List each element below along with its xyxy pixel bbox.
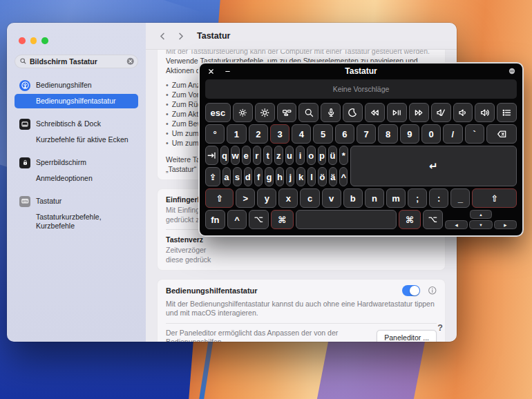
command-right-key[interactable]: ⌘ xyxy=(399,210,421,229)
volume-up-icon[interactable] xyxy=(475,103,495,122)
key->[interactable]: > xyxy=(236,188,255,208)
sidebar-item-sperrbildschirm[interactable]: Sperrbildschirm xyxy=(15,155,138,171)
more-options-icon[interactable] xyxy=(508,67,516,75)
key-6[interactable]: 6 xyxy=(335,124,354,144)
sidebar-item-tastatur[interactable]: Tastatur xyxy=(15,193,138,210)
sidebar-search-field[interactable] xyxy=(15,55,138,68)
shift-right-key[interactable]: ⇧ xyxy=(472,188,517,208)
key-g[interactable]: g xyxy=(265,167,273,186)
key-0[interactable]: 0 xyxy=(421,124,441,144)
mission-control-icon[interactable] xyxy=(277,103,297,122)
key-8[interactable]: 8 xyxy=(378,124,397,144)
forward-button[interactable] xyxy=(175,30,186,41)
key-t[interactable]: t xyxy=(263,146,272,165)
key-j[interactable]: j xyxy=(286,167,294,186)
key-n[interactable]: n xyxy=(365,188,384,208)
panel-editor-button[interactable]: Paneleditor ... xyxy=(377,330,437,342)
key-2[interactable]: 2 xyxy=(249,124,268,144)
key-i[interactable]: i xyxy=(296,146,305,165)
shift-left-key[interactable]: ⇧ xyxy=(205,188,234,208)
key-ü[interactable]: ü xyxy=(328,146,337,165)
focus-icon[interactable] xyxy=(343,103,363,122)
key-/[interactable]: / xyxy=(443,124,462,144)
key-_[interactable]: _ xyxy=(450,188,470,208)
key-*[interactable]: * xyxy=(339,146,348,165)
key-f[interactable]: f xyxy=(254,167,263,186)
key-;[interactable]: ; xyxy=(408,188,427,208)
key-°[interactable]: ° xyxy=(205,124,225,144)
key-ä[interactable]: ä xyxy=(329,167,337,186)
key-k[interactable]: k xyxy=(296,167,305,186)
key-4[interactable]: 4 xyxy=(292,124,311,144)
sidebar-item-schreibtisch-dock[interactable]: Schreibtisch & Dock xyxy=(15,116,138,133)
sidebar-item-anmeldeoptionen[interactable]: Anmeldeoptionen xyxy=(15,171,138,186)
sidebar-item-bedienungshilfentastatur[interactable]: Bedienungshilfentastatur xyxy=(15,94,138,108)
esc-key[interactable]: esc xyxy=(205,103,231,122)
key-q[interactable]: q xyxy=(220,146,229,165)
key-m[interactable]: m xyxy=(386,188,406,208)
fn-key[interactable]: fn xyxy=(205,210,225,229)
space-key[interactable] xyxy=(296,210,397,229)
key-u[interactable]: u xyxy=(285,146,294,165)
close-icon[interactable] xyxy=(206,66,216,76)
minimize-icon[interactable] xyxy=(222,66,232,76)
caps-lock-key[interactable]: ⇪ xyxy=(205,167,220,186)
key-5[interactable]: 5 xyxy=(313,124,332,144)
key-^[interactable]: ^ xyxy=(339,167,348,186)
search-icon[interactable] xyxy=(298,103,319,122)
keyboard-menu-icon[interactable] xyxy=(497,103,517,122)
key-v[interactable]: v xyxy=(322,188,341,208)
return-key[interactable]: ↵ xyxy=(350,146,517,186)
play-pause-icon[interactable] xyxy=(387,103,407,122)
key-y[interactable]: y xyxy=(257,188,276,208)
search-input[interactable] xyxy=(30,57,124,66)
info-icon[interactable] xyxy=(428,286,437,295)
key-e[interactable]: e xyxy=(242,146,251,165)
rewind-icon[interactable] xyxy=(365,103,385,122)
zoom-window-button[interactable] xyxy=(41,37,48,44)
brightness-up-icon[interactable] xyxy=(255,103,275,122)
control-key[interactable]: ^ xyxy=(227,210,247,229)
arrow-down-key[interactable]: ▼ xyxy=(469,220,492,229)
brightness-down-icon[interactable] xyxy=(233,103,253,122)
arrow-right-key[interactable]: ▶ xyxy=(494,220,517,229)
key-l[interactable]: l xyxy=(307,167,316,186)
key-1[interactable]: 1 xyxy=(227,124,246,144)
key-x[interactable]: x xyxy=(278,188,298,208)
clear-search-icon[interactable] xyxy=(126,57,135,66)
tab-icon[interactable] xyxy=(205,146,218,165)
key-3[interactable]: 3 xyxy=(270,124,289,144)
option-right-key[interactable] xyxy=(423,210,443,229)
option-left-key[interactable] xyxy=(249,210,269,229)
key-7[interactable]: 7 xyxy=(357,124,376,144)
key-h[interactable]: h xyxy=(276,167,284,186)
key-:[interactable]: : xyxy=(429,188,448,208)
key-w[interactable]: w xyxy=(231,146,240,165)
volume-down-icon[interactable] xyxy=(453,103,473,122)
sidebar-item-kurzbefehle-aktive-ecken[interactable]: Kurzbefehle für aktive Ecken xyxy=(15,133,138,147)
key-9[interactable]: 9 xyxy=(400,124,419,144)
key-`[interactable]: ` xyxy=(465,124,484,144)
key-z[interactable]: z xyxy=(274,146,283,165)
key-ö[interactable]: ö xyxy=(318,167,326,186)
help-button[interactable]: ? xyxy=(437,323,443,333)
key-c[interactable]: c xyxy=(300,188,319,208)
key-o[interactable]: o xyxy=(307,146,316,165)
sidebar-item-bedienungshilfen[interactable]: Bedienungshilfen xyxy=(15,77,138,94)
back-button[interactable] xyxy=(157,30,168,41)
minimize-window-button[interactable] xyxy=(30,37,37,44)
key-a[interactable]: a xyxy=(222,167,231,186)
arrow-left-key[interactable]: ◀ xyxy=(445,220,468,229)
key-r[interactable]: r xyxy=(253,146,262,165)
key-b[interactable]: b xyxy=(343,188,363,208)
key-p[interactable]: p xyxy=(318,146,327,165)
key-s[interactable]: s xyxy=(233,167,241,186)
close-window-button[interactable] xyxy=(19,37,26,44)
accessibility-keyboard-toggle[interactable] xyxy=(402,285,420,296)
key-d[interactable]: d xyxy=(244,167,252,186)
sidebar-item-tastaturkurzbefehle[interactable]: Tastaturkurzbefehle, Kurzbefehle xyxy=(15,210,138,233)
mute-icon[interactable] xyxy=(431,103,451,122)
arrow-up-key[interactable]: ▲ xyxy=(470,210,493,219)
backspace-icon[interactable] xyxy=(486,124,517,144)
fast-forward-icon[interactable] xyxy=(409,103,429,122)
